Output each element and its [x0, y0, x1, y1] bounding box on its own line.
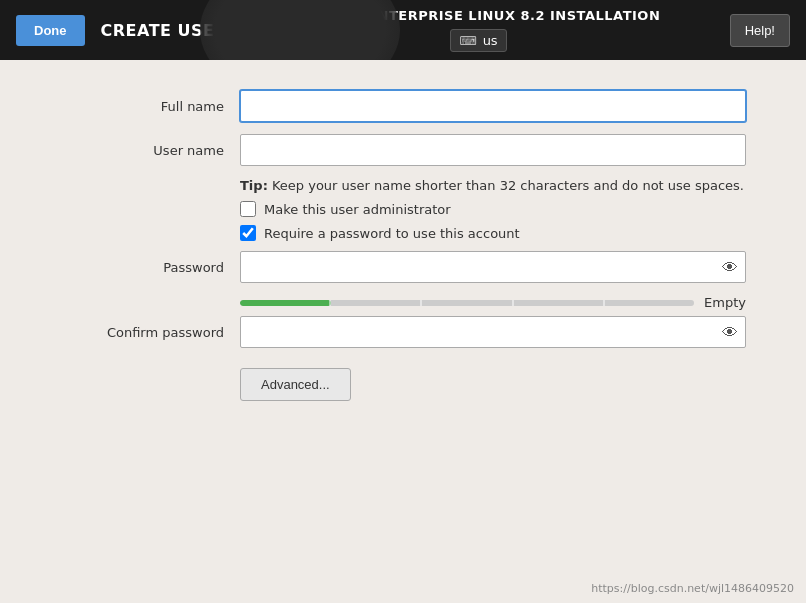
- tip-text: Tip: Keep your user name shorter than 32…: [240, 178, 744, 193]
- fullname-label: Full name: [60, 99, 240, 114]
- advanced-button[interactable]: Advanced...: [240, 368, 351, 401]
- show-confirm-password-icon[interactable]: 👁: [722, 323, 738, 342]
- require-password-checkbox[interactable]: [240, 225, 256, 241]
- strength-bar-container: [240, 300, 694, 306]
- password-control: 👁: [240, 251, 746, 283]
- admin-checkbox-row: Make this user administrator: [240, 201, 746, 217]
- tip-body: Keep your user name shorter than 32 char…: [272, 178, 744, 193]
- keyboard-lang: us: [483, 33, 498, 48]
- username-row: User name: [60, 134, 746, 166]
- show-password-icon[interactable]: 👁: [722, 258, 738, 277]
- install-title: RED HAT ENTERPRISE LINUX 8.2 INSTALLATIO…: [297, 8, 661, 23]
- top-bar-center: RED HAT ENTERPRISE LINUX 8.2 INSTALLATIO…: [297, 8, 661, 52]
- username-label: User name: [60, 143, 240, 158]
- password-label: Password: [60, 260, 240, 275]
- page-title: CREATE USER: [101, 21, 228, 40]
- admin-checkbox[interactable]: [240, 201, 256, 217]
- fullname-control: [240, 90, 746, 122]
- username-input[interactable]: [240, 134, 746, 166]
- confirm-password-input[interactable]: [240, 316, 746, 348]
- require-password-checkbox-label[interactable]: Require a password to use this account: [264, 226, 520, 241]
- fullname-row: Full name: [60, 90, 746, 122]
- done-button[interactable]: Done: [16, 15, 85, 46]
- require-password-checkbox-row: Require a password to use this account: [240, 225, 746, 241]
- username-control: [240, 134, 746, 166]
- confirm-password-control: 👁: [240, 316, 746, 348]
- fullname-input[interactable]: [240, 90, 746, 122]
- password-wrapper: 👁: [240, 251, 746, 283]
- strength-label: Empty: [704, 295, 746, 310]
- help-button[interactable]: Help!: [730, 14, 790, 47]
- password-row: Password 👁: [60, 251, 746, 283]
- top-bar-left: Done CREATE USER: [16, 15, 227, 46]
- keyboard-indicator[interactable]: ⌨ us: [450, 29, 506, 52]
- confirm-password-label: Confirm password: [60, 325, 240, 340]
- tip-row: Tip: Keep your user name shorter than 32…: [60, 178, 746, 193]
- strength-bar-fill: [240, 300, 331, 306]
- tip-prefix: Tip:: [240, 178, 268, 193]
- bottom-url: https://blog.csdn.net/wjl1486409520: [591, 582, 794, 595]
- confirm-password-wrapper: 👁: [240, 316, 746, 348]
- top-bar: Done CREATE USER RED HAT ENTERPRISE LINU…: [0, 0, 806, 60]
- password-input[interactable]: [240, 251, 746, 283]
- main-content: Full name User name Tip: Keep your user …: [0, 60, 806, 603]
- keyboard-icon: ⌨: [459, 34, 476, 48]
- admin-checkbox-label[interactable]: Make this user administrator: [264, 202, 451, 217]
- confirm-password-row: Confirm password 👁: [60, 316, 746, 348]
- strength-row: Empty: [240, 295, 746, 310]
